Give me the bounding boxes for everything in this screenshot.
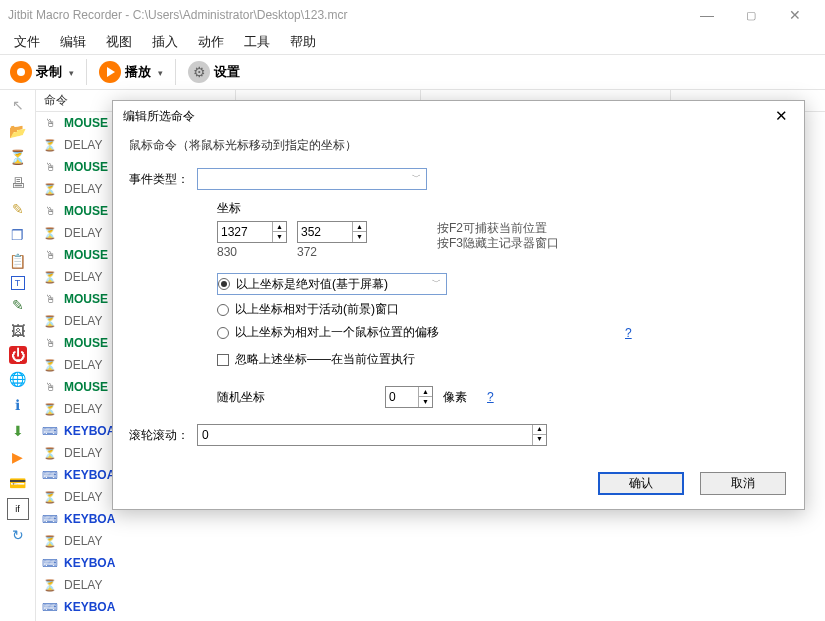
coord-y-input[interactable]: ▲▼	[297, 221, 367, 243]
spin-up-icon[interactable]: ▲	[353, 222, 366, 232]
cmd-name: MOUSE	[64, 160, 108, 174]
event-type-label: 事件类型：	[129, 171, 197, 188]
radio-relwin-label: 以上坐标相对于活动(前景)窗口	[235, 301, 399, 318]
tool-info-icon[interactable]: ℹ	[7, 394, 29, 416]
coord-x-input[interactable]: ▲▼	[217, 221, 287, 243]
hint2: 按F3隐藏主记录器窗口	[437, 236, 559, 251]
table-row[interactable]: ⌨KEYBOA	[36, 552, 825, 574]
delay-icon: ⏳	[42, 226, 58, 240]
cmd-name: DELAY	[64, 182, 102, 196]
keybd-icon: ⌨	[42, 424, 58, 438]
scroll-field[interactable]	[198, 425, 532, 445]
menu-help[interactable]: 帮助	[290, 33, 316, 51]
play-button[interactable]: 播放	[95, 59, 167, 85]
edit-command-dialog: 编辑所选命令 ✕ 鼠标命令（将鼠标光标移动到指定的坐标） 事件类型： 坐标 ▲▼…	[112, 100, 805, 510]
tool-image-icon[interactable]: 🖼	[7, 320, 29, 342]
table-row[interactable]: ⌨KEYBOA	[36, 508, 825, 530]
cmd-name: MOUSE	[64, 248, 108, 262]
cmd-name: DELAY	[64, 446, 102, 460]
tool-download-icon[interactable]: ⬇	[7, 420, 29, 442]
menu-file[interactable]: 文件	[14, 33, 40, 51]
cmd-name: DELAY	[64, 138, 102, 152]
check-ignore-coords[interactable]: 忽略上述坐标——在当前位置执行	[217, 351, 788, 368]
spin-up-icon[interactable]: ▲	[273, 222, 286, 232]
spin-up-icon[interactable]: ▲	[533, 425, 546, 435]
cmd-name: KEYBOA	[64, 424, 115, 438]
delay-icon: ⏳	[42, 534, 58, 548]
record-button[interactable]: 录制	[6, 59, 78, 85]
tool-rename-icon[interactable]: ✎	[7, 198, 29, 220]
help-link[interactable]: ?	[625, 326, 632, 340]
dialog-titlebar: 编辑所选命令 ✕	[113, 101, 804, 131]
scroll-input[interactable]: ▲▼	[197, 424, 547, 446]
sidebar: ↖ 📂 ⏳ 🖶 ✎ ❐ 📋 T ✎ 🖼 ⏻ 🌐 ℹ ⬇ ▶ 💳 if ↻	[0, 90, 36, 621]
spin-up-icon[interactable]: ▲	[419, 387, 432, 397]
maximize-button[interactable]: ▢	[729, 9, 773, 22]
menu-tools[interactable]: 工具	[244, 33, 270, 51]
random-coord-input[interactable]: ▲▼	[385, 386, 433, 408]
coord-x-field[interactable]	[218, 225, 272, 239]
window-title: Jitbit Macro Recorder - C:\Users\Adminis…	[8, 8, 685, 22]
minimize-button[interactable]: —	[685, 7, 729, 23]
tool-play-icon[interactable]: ▶	[7, 446, 29, 468]
delay-icon: ⏳	[42, 182, 58, 196]
random-coord-field[interactable]	[386, 390, 418, 404]
hint1: 按F2可捕获当前位置	[437, 221, 559, 236]
tool-timer-icon[interactable]: ⏳	[7, 146, 29, 168]
mouse-icon: 🖱	[42, 248, 58, 262]
tool-print-icon[interactable]: 🖶	[7, 172, 29, 194]
spin-down-icon[interactable]: ▼	[273, 232, 286, 242]
play-dropdown-icon[interactable]	[155, 65, 163, 79]
separator	[86, 59, 87, 85]
dialog-title: 编辑所选命令	[123, 108, 769, 125]
tool-paste-icon[interactable]: 📋	[7, 250, 29, 272]
cmd-name: DELAY	[64, 314, 102, 328]
coord-x-sub: 830	[217, 245, 287, 259]
cmd-name: MOUSE	[64, 380, 108, 394]
radio-absolute[interactable]: 以上坐标是绝对值(基于屏幕)	[217, 273, 447, 295]
ok-button[interactable]: 确认	[598, 472, 684, 495]
cmd-name: DELAY	[64, 226, 102, 240]
record-label: 录制	[36, 63, 62, 81]
cmd-name: DELAY	[64, 270, 102, 284]
coord-y-sub: 372	[297, 245, 367, 259]
menu-edit[interactable]: 编辑	[60, 33, 86, 51]
spin-down-icon[interactable]: ▼	[353, 232, 366, 242]
table-row[interactable]: ⌨KEYBOA	[36, 596, 825, 618]
tool-text-icon[interactable]: T	[11, 276, 25, 290]
window-titlebar: Jitbit Macro Recorder - C:\Users\Adminis…	[0, 0, 825, 30]
record-icon	[10, 61, 32, 83]
tool-copy-icon[interactable]: ❐	[7, 224, 29, 246]
cancel-button[interactable]: 取消	[700, 472, 786, 495]
radio-relative-window[interactable]: 以上坐标相对于活动(前景)窗口	[217, 301, 788, 318]
record-dropdown-icon[interactable]	[66, 65, 74, 79]
spin-down-icon[interactable]: ▼	[419, 397, 432, 407]
menu-action[interactable]: 动作	[198, 33, 224, 51]
settings-label: 设置	[214, 63, 240, 81]
delay-icon: ⏳	[42, 358, 58, 372]
tool-globe-icon[interactable]: 🌐	[7, 368, 29, 390]
random-coord-label: 随机坐标	[217, 389, 265, 406]
tool-if-icon[interactable]: if	[7, 498, 29, 520]
tool-card-icon[interactable]: 💳	[7, 472, 29, 494]
dialog-close-button[interactable]: ✕	[769, 107, 794, 125]
coord-label: 坐标	[217, 200, 788, 217]
settings-button[interactable]: 设置	[184, 59, 244, 85]
menu-view[interactable]: 视图	[106, 33, 132, 51]
gear-icon	[188, 61, 210, 83]
event-type-select[interactable]	[197, 168, 427, 190]
tool-cursor-icon[interactable]: ↖	[7, 94, 29, 116]
table-row[interactable]: ⏳DELAY	[36, 574, 825, 596]
tool-refresh-icon[interactable]: ↻	[7, 524, 29, 546]
keybd-icon: ⌨	[42, 556, 58, 570]
menu-insert[interactable]: 插入	[152, 33, 178, 51]
table-row[interactable]: ⏳DELAY	[36, 530, 825, 552]
tool-power-icon[interactable]: ⏻	[9, 346, 27, 364]
tool-picker-icon[interactable]: ✎	[7, 294, 29, 316]
radio-relative-mouse[interactable]: 以上坐标为相对上一个鼠标位置的偏移?	[217, 324, 788, 341]
coord-y-field[interactable]	[298, 225, 352, 239]
help-link[interactable]: ?	[487, 390, 494, 404]
tool-open-icon[interactable]: 📂	[7, 120, 29, 142]
spin-down-icon[interactable]: ▼	[533, 435, 546, 445]
close-button[interactable]: ✕	[773, 7, 817, 23]
